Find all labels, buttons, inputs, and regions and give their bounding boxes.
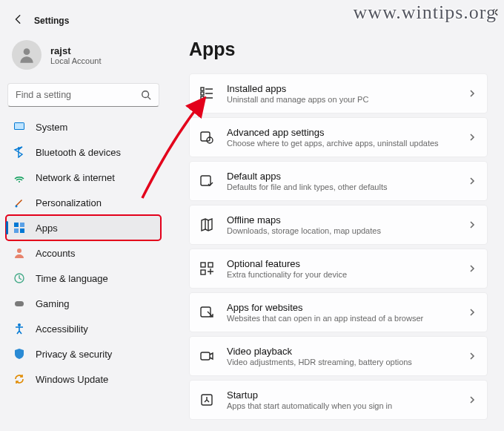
svg-point-13 (18, 323, 21, 326)
card-subtitle: Uninstall and manage apps on your PC (227, 95, 468, 104)
card-title: Video playback (227, 346, 468, 357)
svg-rect-19 (201, 176, 210, 185)
sidebar-item-gaming[interactable]: Gaming (6, 291, 161, 316)
svg-rect-3 (15, 123, 24, 129)
svg-rect-17 (201, 132, 210, 141)
card-default-apps[interactable]: Default appsDefaults for file and link t… (189, 161, 488, 201)
svg-rect-22 (201, 270, 205, 274)
card-title: Advanced app settings (227, 127, 468, 138)
accessibility-icon (13, 323, 25, 335)
sidebar-item-label: Bluetooth & devices (36, 147, 121, 158)
sidebar-item-label: Privacy & security (36, 349, 112, 360)
sidebar-item-label: Time & language (36, 273, 108, 284)
card-optional-features[interactable]: Optional featuresExtra functionality for… (189, 249, 488, 289)
sidebar-item-label: Network & internet (36, 172, 115, 183)
card-title: Default apps (227, 171, 468, 182)
sidebar-item-privacy[interactable]: Privacy & security (6, 341, 161, 366)
svg-rect-21 (208, 263, 213, 267)
sidebar-item-time-language[interactable]: Time & language (6, 266, 161, 291)
sidebar-item-accessibility[interactable]: Accessibility (6, 316, 161, 341)
svg-rect-8 (14, 228, 19, 233)
card-title: Installed apps (227, 83, 468, 94)
svg-rect-16 (201, 96, 204, 99)
search-icon (141, 90, 151, 100)
account-type: Local Account (50, 56, 102, 65)
default-apps-icon (199, 173, 215, 189)
svg-point-4 (19, 181, 20, 182)
sidebar-item-label: Accounts (36, 248, 75, 259)
search-input[interactable] (16, 90, 141, 100)
card-subtitle: Downloads, storage location, map updates (227, 226, 468, 235)
card-apps-for-websites[interactable]: Apps for websitesWebsites that can open … (189, 292, 488, 332)
card-startup[interactable]: StartupApps that start automatically whe… (189, 380, 488, 420)
back-icon[interactable] (13, 14, 24, 27)
svg-point-1 (142, 91, 149, 98)
chevron-right-icon (468, 220, 477, 229)
sidebar-item-label: Personalization (36, 197, 102, 208)
chevron-right-icon (468, 89, 477, 98)
user-name: rajst (50, 45, 102, 56)
network-icon (13, 171, 25, 183)
chevron-right-icon (468, 133, 477, 142)
sidebar-item-personalization[interactable]: Personalization (6, 190, 161, 215)
time-icon (13, 272, 25, 284)
card-subtitle: Defaults for file and link types, other … (227, 182, 468, 191)
card-offline-maps[interactable]: Offline mapsDownloads, storage location,… (189, 205, 488, 245)
sidebar-item-label: Gaming (36, 298, 70, 309)
avatar (12, 40, 42, 70)
user-account-block[interactable]: rajst Local Account (6, 37, 161, 80)
svg-rect-20 (201, 263, 205, 267)
system-icon (13, 121, 25, 133)
card-video-playback[interactable]: Video playbackVideo adjustments, HDR str… (189, 336, 488, 376)
card-advanced-app-settings[interactable]: Advanced app settingsChoose where to get… (189, 117, 488, 157)
card-installed-apps[interactable]: Installed appsUninstall and manage apps … (189, 73, 488, 113)
svg-rect-12 (15, 301, 24, 306)
gaming-icon (13, 297, 25, 309)
advanced-settings-icon (199, 129, 215, 145)
card-subtitle: Extra functionality for your device (227, 270, 468, 279)
sidebar-nav: System Bluetooth & devices Network & int… (6, 114, 161, 392)
sidebar-item-system[interactable]: System (6, 114, 161, 139)
card-subtitle: Apps that start automatically when you s… (227, 401, 468, 410)
card-title: Optional features (227, 258, 468, 269)
offline-maps-icon (199, 217, 215, 233)
personalization-icon (13, 197, 25, 208)
search-box[interactable] (7, 83, 159, 107)
card-title: Offline maps (227, 214, 468, 226)
sidebar-item-accounts[interactable]: Accounts (6, 240, 161, 266)
svg-rect-6 (14, 223, 19, 227)
svg-rect-23 (201, 307, 210, 317)
card-subtitle: Websites that can open in an app instead… (227, 314, 468, 323)
bluetooth-icon (13, 146, 25, 158)
sidebar-item-windows-update[interactable]: Windows Update (6, 366, 161, 392)
apps-for-websites-icon (199, 304, 215, 320)
sidebar-item-apps[interactable]: Apps (6, 215, 161, 240)
card-title: Apps for websites (227, 302, 468, 313)
watermark-text: www.wintips.org (354, 1, 497, 24)
startup-icon (199, 392, 215, 408)
svg-point-10 (17, 249, 21, 253)
chevron-right-icon (468, 352, 477, 361)
installed-apps-icon (199, 85, 215, 102)
shield-icon (13, 348, 25, 360)
sidebar-item-network[interactable]: Network & internet (6, 165, 161, 190)
video-playback-icon (199, 348, 215, 364)
svg-rect-15 (201, 92, 204, 95)
card-title: Startup (227, 389, 468, 401)
main-content: Apps Installed appsUninstall and manage … (167, 30, 504, 431)
sidebar-item-label: Apps (36, 223, 58, 234)
chevron-right-icon (468, 395, 477, 404)
svg-rect-14 (201, 88, 204, 91)
svg-rect-7 (20, 223, 24, 227)
sidebar: rajst Local Account System Bluetooth & d… (0, 30, 167, 431)
window-title: Settings (34, 16, 69, 26)
svg-rect-9 (20, 228, 24, 233)
sidebar-item-bluetooth[interactable]: Bluetooth & devices (6, 139, 161, 165)
apps-icon (13, 222, 25, 234)
update-icon (13, 373, 25, 385)
accounts-icon (13, 247, 25, 259)
page-title: Apps (189, 39, 488, 60)
sidebar-item-label: System (36, 122, 67, 133)
chevron-right-icon (468, 308, 477, 317)
card-subtitle: Video adjustments, HDR streaming, batter… (227, 358, 468, 366)
